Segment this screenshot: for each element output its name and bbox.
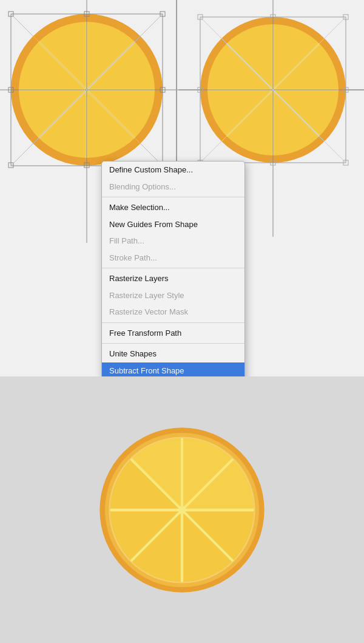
menu-separator-3 [102,322,244,323]
menu-separator-4 [102,343,244,344]
menu-separator-2 [102,268,244,268]
menu-item-unite-shapes[interactable]: Unite Shapes [102,345,244,362]
menu-item-rasterize-layers[interactable]: Rasterize Layers [102,270,244,287]
menu-item-rasterize-layer-style: Rasterize Layer Style [102,287,244,304]
menu-item-define-custom-shape[interactable]: Define Custom Shape... [102,162,244,179]
menu-item-subtract-front-shape[interactable]: Subtract Front Shape [102,362,244,377]
menu-separator-1 [102,197,244,197]
menu-item-stroke-path: Stroke Path... [102,250,244,267]
menu-item-rasterize-vector-mask: Rasterize Vector Mask [102,304,244,321]
menu-item-new-guides[interactable]: New Guides From Shape [102,216,244,233]
menu-item-blending-options: Blending Options... [102,179,244,196]
bottom-result-panel [0,376,364,643]
result-orange-slice [97,425,267,595]
context-menu[interactable]: Define Custom Shape... Blending Options.… [101,161,245,376]
menu-item-free-transform-path[interactable]: Free Transform Path [102,325,244,342]
svg-point-48 [178,506,186,514]
menu-item-fill-path: Fill Path... [102,233,244,250]
menu-item-make-selection[interactable]: Make Selection... [102,199,244,216]
top-workspace-panel: Define Custom Shape... Blending Options.… [0,0,364,376]
